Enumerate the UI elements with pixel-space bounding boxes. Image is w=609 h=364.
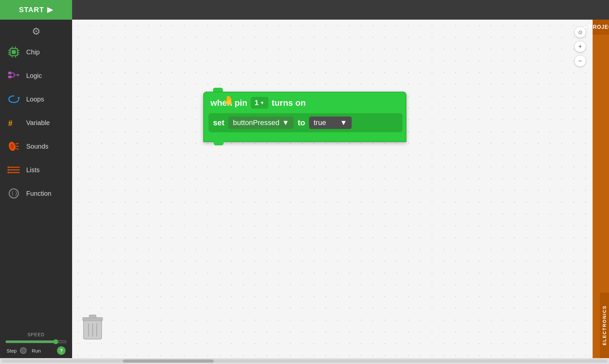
value-dropdown[interactable]: true ▼	[309, 117, 352, 129]
block-top-notch	[213, 88, 223, 92]
block-container[interactable]: 🤚 when pin 1 ▼ turns on set	[203, 92, 406, 142]
trash-icon	[82, 314, 103, 340]
svg-rect-36	[89, 315, 96, 318]
lists-icon	[7, 163, 21, 177]
projects-tab[interactable]: ◄ PROJECTS	[593, 20, 609, 35]
value-text: true	[314, 118, 326, 127]
pin-dropdown[interactable]: 1 ▼	[251, 97, 268, 109]
svg-rect-1	[12, 50, 16, 54]
start-label: START	[19, 6, 44, 14]
sidebar-item-sounds[interactable]: Sounds	[0, 135, 72, 158]
svg-marker-19	[17, 97, 20, 99]
sidebar-item-label: Variable	[26, 119, 50, 127]
canvas-area[interactable]: ⊙ + − 🤚 when pin 1	[72, 20, 593, 358]
step-toggle[interactable]	[20, 347, 27, 354]
sidebar-gear-area: ⚙	[0, 20, 72, 40]
svg-text:(): ()	[11, 190, 18, 197]
sidebar-item-loops[interactable]: Loops	[0, 87, 72, 111]
variable-dropdown-arrow: ▼	[282, 118, 289, 127]
svg-point-31	[8, 172, 9, 173]
svg-line-23	[15, 143, 19, 144]
step-run-row: Step Run ?	[5, 346, 67, 355]
variable-icon: #	[7, 116, 21, 130]
zoom-in-button[interactable]: +	[574, 41, 586, 52]
sidebar-item-variable[interactable]: # Variable	[0, 111, 72, 135]
start-button[interactable]: START ▶	[0, 0, 72, 20]
zoom-in-icon: +	[578, 43, 582, 50]
chip-icon	[7, 45, 21, 59]
logic-icon	[7, 68, 21, 83]
zoom-target-button[interactable]: ⊙	[574, 26, 586, 38]
main-content: ⚙ Chip	[0, 20, 609, 358]
when-text: when pin	[210, 98, 247, 108]
help-button[interactable]: ?	[57, 346, 66, 355]
pin-dropdown-arrow: ▼	[260, 100, 265, 105]
zoom-target-icon: ⊙	[578, 29, 582, 35]
block-header: 🤚 when pin 1 ▼ turns on	[204, 92, 406, 113]
sidebar-item-label: Loops	[26, 96, 44, 103]
sidebar-item-label: Logic	[26, 72, 42, 80]
speed-slider-row	[5, 339, 67, 344]
sidebar-item-label: Lists	[26, 166, 40, 174]
electronics-tab[interactable]: ELECTRONICS	[600, 293, 609, 358]
sounds-icon	[7, 139, 21, 154]
gear-icon: ⚙	[32, 26, 41, 37]
trash-area	[82, 314, 103, 342]
svg-rect-13	[8, 76, 11, 78]
value-dropdown-arrow: ▼	[340, 118, 347, 127]
pin-value: 1	[255, 99, 259, 107]
sidebar-item-lists[interactable]: Lists	[0, 158, 72, 182]
svg-rect-12	[8, 72, 11, 74]
scrollbar-thumb[interactable]	[123, 359, 214, 363]
sidebar-item-chip[interactable]: Chip	[0, 40, 72, 64]
svg-point-30	[8, 169, 9, 171]
when-pin-block[interactable]: 🤚 when pin 1 ▼ turns on set	[203, 92, 406, 142]
electronics-label: ELECTRONICS	[602, 305, 607, 345]
speed-section: SPEED Step Run ?	[0, 329, 72, 355]
svg-text:#: #	[8, 118, 12, 128]
sidebar-item-label: Chip	[26, 48, 40, 56]
speed-label: SPEED	[5, 332, 67, 337]
set-text: set	[213, 118, 225, 127]
svg-point-18	[17, 74, 19, 76]
sidebar-item-label: Sounds	[26, 143, 49, 150]
svg-line-25	[15, 149, 19, 149]
help-icon: ?	[60, 348, 63, 353]
loops-icon	[7, 92, 21, 106]
scrollbar-track[interactable]	[2, 359, 607, 363]
play-icon: ▶	[47, 6, 53, 14]
right-panel: ◄ PROJECTS ELECTRONICS	[593, 20, 609, 358]
turns-on-text: turns on	[272, 98, 306, 108]
sidebar-item-function[interactable]: () Function	[0, 182, 72, 205]
sidebar-item-label: Function	[26, 190, 51, 197]
zoom-controls: ⊙ + −	[574, 26, 586, 67]
zoom-out-icon: −	[578, 57, 582, 65]
function-icon: ()	[7, 186, 21, 201]
sidebar-item-logic[interactable]: Logic	[0, 64, 72, 87]
to-text: to	[298, 118, 305, 127]
variable-dropdown[interactable]: buttonPressed ▼	[228, 117, 294, 129]
gear-button[interactable]: ⚙	[32, 26, 41, 37]
block-bottom	[204, 137, 406, 141]
zoom-out-button[interactable]: −	[574, 55, 586, 67]
speed-slider[interactable]	[5, 339, 67, 344]
svg-point-29	[8, 167, 9, 168]
set-block[interactable]: set buttonPressed ▼ to true ▼	[208, 113, 403, 132]
sidebar: ⚙ Chip	[0, 20, 72, 358]
bottom-bar	[0, 358, 609, 364]
run-label: Run	[32, 348, 41, 354]
block-bottom-notch	[214, 141, 224, 145]
top-bar: START ▶	[0, 0, 609, 20]
variable-name: buttonPressed	[233, 118, 280, 127]
step-label: Step	[7, 348, 17, 354]
